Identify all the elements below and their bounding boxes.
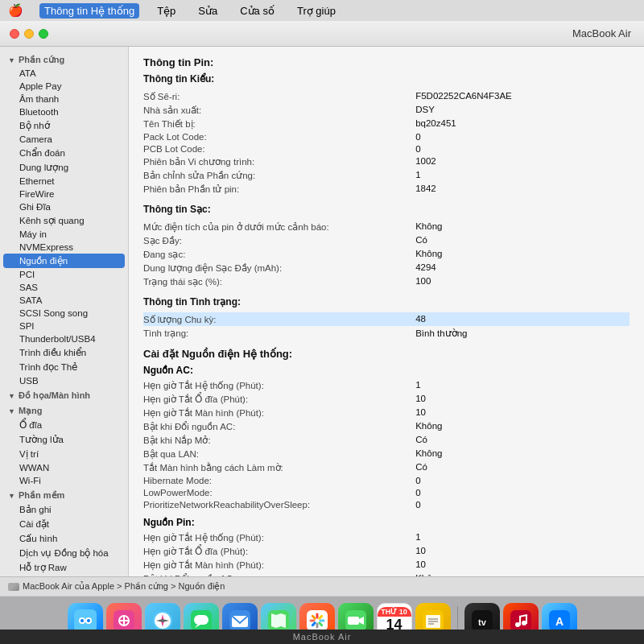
network-section-label: Mạng bbox=[19, 406, 43, 416]
hardware-section-label: Phần cứng bbox=[19, 55, 64, 65]
sidebar-item-settings[interactable]: Cài đặt bbox=[3, 517, 125, 531]
chevron-down-icon: ▼ bbox=[8, 56, 15, 64]
table-row: Hẹn giờ Tắt Màn hình (Phút):10 bbox=[143, 406, 630, 419]
svg-text:tv: tv bbox=[478, 617, 487, 627]
sidebar-item-config[interactable]: Cấu hình bbox=[3, 531, 125, 546]
menubar-help[interactable]: Trợ giúp bbox=[292, 3, 341, 19]
serial-value: F5D02252CA6N4F3AE bbox=[411, 89, 630, 103]
fully-charged-value: Có bbox=[411, 233, 630, 247]
ac-section-label: Nguồn AC: bbox=[143, 365, 630, 376]
sidebar-hardware-header[interactable]: ▼ Phần cứng bbox=[0, 52, 128, 67]
table-row: Hẹn giờ Tắt Ổ đĩa (Phút):10 bbox=[143, 392, 630, 406]
sidebar-item-disc-burning[interactable]: Ghi Đĩa bbox=[3, 200, 125, 213]
table-row: Bản chỉnh sửa Phần cứng: 1 bbox=[143, 168, 630, 182]
svg-marker-19 bbox=[271, 613, 286, 628]
sidebar-item-wifi[interactable]: Wi-Fi bbox=[3, 474, 125, 487]
fully-charged-label: Sạc Đầy: bbox=[143, 233, 411, 247]
sidebar-item-sata[interactable]: SATA bbox=[3, 294, 125, 307]
main-panel: Thông tin Pin: Thông tin Kiểu: Số Sê-ri:… bbox=[129, 47, 644, 576]
breadcrumb-path: MacBook Air của Apple > Phần cứng > Nguồ… bbox=[23, 581, 225, 592]
state-pct-value: 100 bbox=[411, 275, 630, 288]
sidebar-item-wwan[interactable]: WWAN bbox=[3, 461, 125, 474]
sidebar-item-applepay[interactable]: Apple Pay bbox=[3, 80, 125, 93]
sidebar-graphics-header[interactable]: ▼ Đồ họa/Màn hình bbox=[0, 387, 128, 402]
apple-menu-icon[interactable]: 🍎 bbox=[8, 3, 23, 18]
sidebar-item-camera[interactable]: Camera bbox=[3, 133, 125, 146]
sidebar-item-location[interactable]: Vị trí bbox=[3, 447, 125, 461]
sidebar-item-sas[interactable]: SAS bbox=[3, 281, 125, 294]
table-row: Bật khi Nắp Mở:Có bbox=[143, 433, 630, 447]
sidebar-item-ata[interactable]: ATA bbox=[3, 67, 125, 80]
sidebar-item-diagnostics[interactable]: Chẩn đoán bbox=[3, 146, 125, 160]
svg-point-3 bbox=[80, 619, 84, 622]
svg-line-27 bbox=[319, 616, 321, 618]
charge-info-title: Thông tin Sạc: bbox=[143, 204, 630, 215]
sidebar-item-fibre-channel[interactable]: Kênh sợi quang bbox=[3, 213, 125, 228]
sidebar-item-ethernet[interactable]: Ethernet bbox=[3, 175, 125, 188]
minimize-button[interactable] bbox=[24, 29, 34, 39]
content-area: ▼ Phần cứng ATA Apple Pay Âm thanh Bluet… bbox=[0, 47, 644, 576]
sidebar-item-raw-support[interactable]: Hỗ trợ Raw bbox=[3, 560, 125, 575]
device-label: MacBook Air bbox=[293, 632, 352, 642]
sidebar-item-spi[interactable]: SPI bbox=[3, 320, 125, 332]
pcb-lot-label: PCB Lot Code: bbox=[143, 142, 411, 155]
sidebar-item-scsi[interactable]: SCSI Song song bbox=[3, 307, 125, 320]
table-row: Tên Thiết bị: bq20z451 bbox=[143, 117, 630, 130]
sidebar-item-audio[interactable]: Âm thanh bbox=[3, 93, 125, 105]
calendar-day-label: THỨ 10 bbox=[378, 607, 411, 617]
sidebar-item-printer[interactable]: Máy in bbox=[3, 228, 125, 241]
table-row: Pack Lot Code: 0 bbox=[143, 130, 630, 142]
svg-rect-14 bbox=[194, 615, 208, 625]
sidebar-item-nvmexpress[interactable]: NVMExpress bbox=[3, 241, 125, 254]
table-row: Tắt Màn hình bằng cách Làm mờ:Có bbox=[143, 460, 630, 474]
sidebar-item-firewall[interactable]: Tường lửa bbox=[3, 432, 125, 447]
menubar-system-info[interactable]: Thông tin Hệ thống bbox=[39, 3, 139, 19]
sidebar-item-drivers[interactable]: Trình điều khiển bbox=[3, 345, 125, 360]
sidebar-item-bluetooth[interactable]: Bluetooth bbox=[3, 105, 125, 118]
menubar-file[interactable]: Tệp bbox=[152, 3, 180, 19]
svg-point-4 bbox=[87, 619, 90, 622]
cycle-count-label: Số lượng Chu kỳ: bbox=[143, 312, 411, 326]
pack-lot-label: Pack Lot Code: bbox=[143, 130, 411, 142]
pack-lot-value: 0 bbox=[411, 130, 630, 142]
close-button[interactable] bbox=[10, 29, 19, 39]
sidebar-network-header[interactable]: ▼ Mạng bbox=[0, 402, 128, 418]
table-row: Nhà sản xuất: DSY bbox=[143, 103, 630, 117]
laptop-icon bbox=[8, 583, 19, 591]
sidebar-item-sync[interactable]: Dịch vụ Đồng bộ hóa bbox=[3, 546, 125, 560]
sidebar-item-usb[interactable]: USB bbox=[3, 374, 125, 387]
table-row-highlighted: Số lượng Chu kỳ: 48 bbox=[143, 312, 630, 326]
traffic-lights bbox=[10, 29, 48, 39]
sidebar-item-card-reader[interactable]: Trình đọc Thẻ bbox=[3, 360, 125, 374]
power-settings-title: Cài đặt Nguồn điện Hệ thống: bbox=[143, 348, 630, 360]
low-warn-label: Mức điện tích của pin ở dưới mức cảnh bá… bbox=[143, 220, 411, 233]
sidebar-item-power[interactable]: Nguồn điện bbox=[3, 254, 125, 268]
sidebar-item-pci[interactable]: PCI bbox=[3, 268, 125, 281]
maximize-button[interactable] bbox=[39, 29, 48, 39]
bottom-bar: MacBook Air bbox=[0, 630, 644, 644]
sidebar-item-drives[interactable]: Ổ đĩa bbox=[3, 418, 125, 432]
table-row: Mức điện tích của pin ở dưới mức cảnh bá… bbox=[143, 220, 630, 233]
sidebar-item-thunderbolt[interactable]: Thunderbolt/USB4 bbox=[3, 332, 125, 345]
table-row: Sạc Đầy: Có bbox=[143, 233, 630, 247]
menubar-window[interactable]: Cửa số bbox=[235, 3, 279, 19]
chevron-down-icon-graphics: ▼ bbox=[8, 392, 15, 400]
window-title: MacBook Air bbox=[572, 27, 631, 39]
cell-rev-label: Phiên bản Phần tử pin: bbox=[143, 182, 411, 196]
sidebar-item-storage[interactable]: Dung lượng bbox=[3, 160, 125, 175]
sidebar-item-logs[interactable]: Bản ghi bbox=[3, 502, 125, 517]
table-row: Trạng thái sạc (%): 100 bbox=[143, 275, 630, 288]
svg-rect-43 bbox=[526, 615, 527, 624]
breadcrumb: MacBook Air của Apple > Phần cứng > Nguồ… bbox=[0, 576, 644, 596]
firmware-ver-value: 1002 bbox=[411, 155, 630, 168]
menubar-edit[interactable]: Sửa bbox=[193, 3, 222, 19]
table-row: Số Sê-ri: F5D02252CA6N4F3AE bbox=[143, 89, 630, 103]
sidebar-software-header[interactable]: ▼ Phần mềm bbox=[0, 487, 128, 502]
sidebar-item-firewire[interactable]: FireWire bbox=[3, 188, 125, 200]
table-row: PrioritizeNetworkReachabilityOverSleep:0 bbox=[143, 498, 630, 510]
sidebar-item-memory[interactable]: Bộ nhớ bbox=[3, 118, 125, 133]
battery-type-title: Thông tin Kiểu: bbox=[143, 73, 630, 85]
battery-type-table: Số Sê-ri: F5D02252CA6N4F3AE Nhà sản xuất… bbox=[143, 89, 630, 196]
titlebar: MacBook Air bbox=[0, 21, 644, 47]
capacity-mah-label: Dung lượng điện Sạc Đầy (mAh): bbox=[143, 261, 411, 275]
